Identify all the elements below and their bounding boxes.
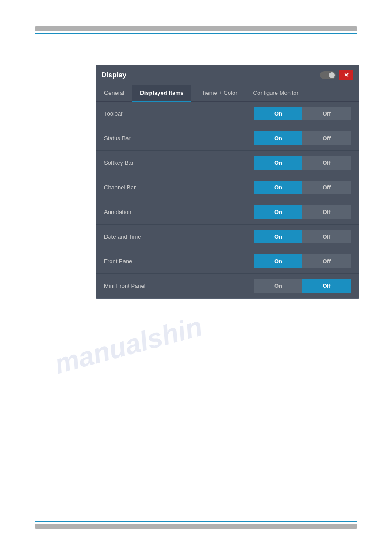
mini-front-panel-label: Mini Front Panel: [104, 283, 254, 289]
softkey-bar-on-button[interactable]: On: [254, 156, 302, 170]
display-dialog: Display ✕ General Displayed Items Theme …: [96, 65, 359, 299]
bottom-gray-bar: [35, 524, 357, 529]
front-panel-label: Front Panel: [104, 258, 254, 265]
toolbar-off-button[interactable]: Off: [302, 107, 351, 120]
front-panel-row: Front Panel On Off: [96, 249, 359, 274]
date-time-off-button[interactable]: Off: [302, 230, 351, 243]
tab-displayed-items[interactable]: Displayed Items: [132, 85, 191, 102]
close-button[interactable]: ✕: [339, 70, 353, 80]
tab-theme-color[interactable]: Theme + Color: [191, 85, 245, 101]
status-bar-row: Status Bar On Off: [96, 126, 359, 151]
softkey-bar-row: Softkey Bar On Off: [96, 151, 359, 175]
bottom-blue-bar: [35, 521, 357, 522]
toolbar-toggle-group: On Off: [254, 107, 351, 120]
mini-front-panel-toggle-group: On Off: [254, 279, 351, 293]
dialog-tabs: General Displayed Items Theme + Color Co…: [96, 85, 359, 102]
softkey-bar-toggle-group: On Off: [254, 156, 351, 170]
status-bar-label: Status Bar: [104, 135, 254, 141]
mini-front-panel-off-button[interactable]: Off: [302, 279, 351, 293]
channel-bar-row: Channel Bar On Off: [96, 175, 359, 200]
annotation-label: Annotation: [104, 209, 254, 215]
annotation-on-button[interactable]: On: [254, 205, 302, 219]
top-bar: [35, 26, 357, 34]
front-panel-on-button[interactable]: On: [254, 254, 302, 268]
date-time-on-button[interactable]: On: [254, 230, 302, 243]
channel-bar-label: Channel Bar: [104, 184, 254, 191]
display-power-toggle[interactable]: [320, 71, 336, 79]
status-bar-toggle-group: On Off: [254, 131, 351, 145]
annotation-toggle-group: On Off: [254, 205, 351, 219]
annotation-off-button[interactable]: Off: [302, 205, 351, 219]
status-bar-on-button[interactable]: On: [254, 131, 302, 145]
softkey-bar-off-button[interactable]: Off: [302, 156, 351, 170]
date-time-label: Date and Time: [104, 233, 254, 240]
bottom-bar: [35, 521, 357, 529]
top-gray-bar: [35, 26, 357, 31]
dialog-content: Toolbar On Off Status Bar On Off Softkey…: [96, 102, 359, 298]
dialog-titlebar: Display ✕: [96, 65, 359, 85]
tab-configure-monitor[interactable]: Configure Monitor: [245, 85, 306, 101]
dialog-title: Display: [101, 71, 126, 79]
channel-bar-on-button[interactable]: On: [254, 181, 302, 194]
channel-bar-toggle-group: On Off: [254, 181, 351, 194]
watermark: manualshin: [51, 311, 205, 380]
softkey-bar-label: Softkey Bar: [104, 160, 254, 166]
mini-front-panel-row: Mini Front Panel On Off: [96, 274, 359, 298]
annotation-row: Annotation On Off: [96, 200, 359, 225]
date-time-row: Date and Time On Off: [96, 225, 359, 249]
mini-front-panel-on-button[interactable]: On: [254, 279, 302, 293]
toolbar-row: Toolbar On Off: [96, 102, 359, 126]
channel-bar-off-button[interactable]: Off: [302, 181, 351, 194]
front-panel-off-button[interactable]: Off: [302, 254, 351, 268]
toolbar-label: Toolbar: [104, 110, 254, 117]
top-blue-bar: [35, 33, 357, 34]
status-bar-off-button[interactable]: Off: [302, 131, 351, 145]
front-panel-toggle-group: On Off: [254, 254, 351, 268]
titlebar-controls: ✕: [320, 70, 353, 80]
date-time-toggle-group: On Off: [254, 230, 351, 243]
toolbar-on-button[interactable]: On: [254, 107, 302, 120]
tab-general[interactable]: General: [96, 85, 132, 101]
